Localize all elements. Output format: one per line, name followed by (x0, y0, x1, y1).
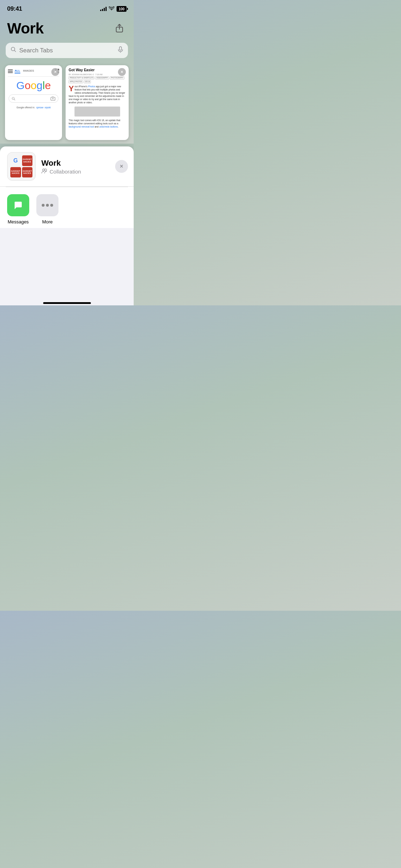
header: Work (0, 16, 134, 43)
page-title: Work (7, 20, 43, 37)
article-body-2: This magic tool comes with iOS 16, an up… (68, 119, 126, 128)
share-subtitle-text: Collaboration (50, 169, 81, 175)
close-sheet-button[interactable]: × (115, 160, 128, 173)
article-body: Y our iPhone's Photos app just got a maj… (68, 85, 126, 104)
wifi-icon (109, 6, 114, 12)
article-image-placeholder (74, 107, 120, 117)
share-sheet: G GADGETHACKS GADGETHACKS GADGETHACKS Wo… (0, 146, 134, 228)
tab-card-article[interactable]: × Got Way Easier BY JOVANA NAJIMOVSKI ⏱ … (66, 65, 129, 140)
svg-rect-2 (119, 47, 122, 50)
svg-point-14 (42, 204, 45, 207)
share-button[interactable] (112, 21, 127, 36)
tg-icon-gh2: GADGETHACKS (10, 167, 21, 177)
article-heading: Got Way Easier (68, 68, 126, 72)
tg-icon-gh1: GADGETHACKS (22, 155, 33, 166)
mic-icon[interactable] (118, 46, 123, 55)
people-icon (41, 169, 48, 175)
hamburger-icon (8, 69, 13, 73)
tabs-grid: × ALL IMAGES (0, 65, 134, 144)
tab-card-google[interactable]: × ALL IMAGES (5, 65, 62, 140)
share-subtitle: Collaboration (41, 169, 127, 175)
google-tab-images: IMAGES (23, 69, 34, 73)
messages-label: Messages (7, 219, 29, 224)
google-offered: Google offered in: српски srpski (8, 106, 59, 109)
status-time: 09:41 (7, 5, 22, 12)
signal-icon (100, 7, 107, 11)
home-indicator (0, 299, 134, 305)
share-info: Work Collaboration (41, 159, 127, 175)
tab-group-icon: G GADGETHACKS GADGETHACKS GADGETHACKS (7, 152, 36, 181)
article-meta: BY JOVANA NAJIMOVSKI ⏱ 7:19 AM PRODUCTIV… (68, 73, 126, 83)
bottom-spacer (0, 228, 134, 299)
share-sheet-header: G GADGETHACKS GADGETHACKS GADGETHACKS Wo… (0, 146, 134, 187)
g-letter: G (14, 157, 18, 164)
svg-point-16 (50, 204, 53, 207)
google-search-box[interactable] (9, 94, 58, 103)
home-bar (43, 302, 91, 304)
share-option-more[interactable]: More (36, 194, 58, 224)
share-title: Work (41, 159, 127, 168)
messages-icon (7, 194, 29, 216)
svg-point-15 (46, 204, 49, 207)
status-icons: 100 (100, 6, 127, 12)
svg-point-10 (52, 98, 53, 99)
close-tab-article[interactable]: × (118, 68, 126, 76)
status-bar: 09:41 100 (0, 0, 134, 16)
tg-icon-google: G (10, 155, 21, 166)
google-logo: Google (8, 79, 59, 92)
battery-icon: 100 (117, 6, 127, 12)
share-icon (115, 23, 124, 34)
search-input[interactable] (19, 47, 115, 54)
search-icon (11, 47, 16, 54)
tg-icon-gh3: GADGETHACKS (22, 167, 33, 177)
search-bar[interactable] (6, 43, 128, 58)
google-tab-all: ALL (15, 69, 20, 73)
share-options: Messages More (0, 187, 134, 228)
share-option-messages[interactable]: Messages (7, 194, 29, 224)
more-icon (36, 194, 58, 216)
more-label: More (42, 219, 53, 224)
